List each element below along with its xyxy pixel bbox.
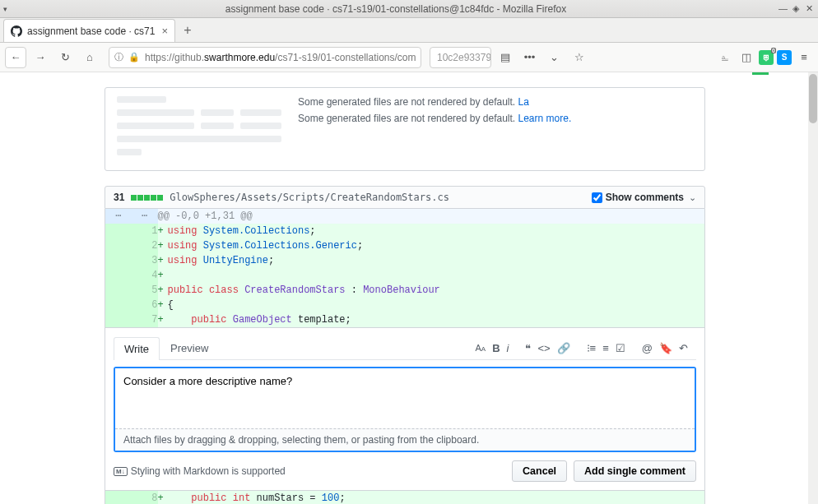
markdown-toolbar: AA B i ❝ <> 🔗 ⁝≡ ≡ ☑ @ xyxy=(472,342,696,354)
maximize-button[interactable]: ◈ xyxy=(792,3,800,14)
bullet-list-icon[interactable]: ⁝≡ xyxy=(587,342,597,354)
titlebar-menu-icon[interactable]: ▾ xyxy=(0,5,13,13)
diff-line[interactable]: 2+using System.Collections.Generic; xyxy=(105,238,705,253)
brand-accent xyxy=(752,72,769,75)
diff-line[interactable]: 5+public class CreateRandomStars : MonoB… xyxy=(105,283,705,298)
diff-summary-box: Some generated files are not rendered by… xyxy=(105,87,705,171)
diff-line[interactable]: 6+{ xyxy=(105,298,705,312)
learn-more-link[interactable]: Learn more. xyxy=(518,113,572,124)
cancel-button[interactable]: Cancel xyxy=(512,460,567,482)
saved-reply-icon[interactable]: 🔖 xyxy=(659,342,672,354)
write-tab[interactable]: Write xyxy=(114,337,160,360)
show-comments-toggle[interactable]: Show comments xyxy=(592,192,684,203)
diff-table: ⋯⋯ @@ -0,0 +1,31 @@ 1+using System.Colle… xyxy=(105,209,705,328)
comment-textarea[interactable]: Consider a more descriptive name? xyxy=(115,368,695,426)
diff-line[interactable]: 7+ public GameObject template; xyxy=(105,312,705,328)
github-favicon-icon xyxy=(11,25,22,37)
diff-line-count: 31 xyxy=(114,192,124,203)
back-button[interactable]: ← xyxy=(5,47,26,68)
browser-tab-active[interactable]: assignment base code · cs71 × xyxy=(3,19,175,42)
window-titlebar: ▾ assignment base code · cs71-s19/01-con… xyxy=(0,0,818,18)
diff-file-header: 31 GlowSpheres/Assets/Scripts/CreateRand… xyxy=(105,186,705,209)
reload-button[interactable]: ↻ xyxy=(54,47,76,68)
task-list-icon[interactable]: ☑ xyxy=(616,342,625,354)
heading-icon[interactable]: AA xyxy=(475,343,486,353)
minimize-button[interactable]: — xyxy=(778,3,787,14)
bookmark-star-icon[interactable]: ☆ xyxy=(569,47,590,68)
generated-files-notice: Some generated files are not rendered by… xyxy=(298,96,518,108)
new-tab-button[interactable]: + xyxy=(175,19,200,42)
ublock-icon[interactable]: ⛨0 xyxy=(759,50,774,65)
hamburger-menu-icon[interactable]: ≡ xyxy=(795,47,813,68)
home-button[interactable]: ⌂ xyxy=(79,47,100,68)
search-bar[interactable]: 10c2e93379a0de5 xyxy=(430,47,491,68)
show-comments-label: Show comments xyxy=(606,192,684,203)
library-icon[interactable]: ⎁ xyxy=(716,47,734,68)
pocket-icon[interactable]: ⌄ xyxy=(544,47,565,68)
tab-strip: assignment base code · cs71 × + xyxy=(0,18,818,43)
generated-files-notice: Some generated files are not rendered by… xyxy=(298,113,518,124)
forward-button[interactable]: → xyxy=(30,47,51,68)
diff-line[interactable]: 8+ public int numStars = 100; xyxy=(105,491,705,504)
page-actions-icon[interactable]: ••• xyxy=(519,47,541,68)
search-hint-text: 10c2e93379a0de5 xyxy=(437,52,491,63)
chevron-down-icon[interactable]: ⌄ xyxy=(689,192,696,203)
number-list-icon[interactable]: ≡ xyxy=(602,342,609,354)
window-title: assignment base code · cs71-s19/01-const… xyxy=(13,3,778,15)
close-window-button[interactable]: ✕ xyxy=(805,3,813,14)
reply-icon[interactable]: ↶ xyxy=(679,342,688,354)
learn-more-link[interactable]: La xyxy=(518,96,529,108)
diff-line[interactable]: 3+using UnityEngine; xyxy=(105,253,705,268)
site-identity-icon[interactable]: ⓘ xyxy=(114,51,123,63)
add-single-comment-button[interactable]: Add single comment xyxy=(574,460,696,482)
page-viewport: Some generated files are not rendered by… xyxy=(0,72,818,504)
lock-icon: 🔒 xyxy=(128,52,140,62)
attach-hint[interactable]: Attach files by dragging & dropping, sel… xyxy=(115,428,695,451)
navigation-toolbar: ← → ↻ ⌂ ⓘ 🔒 https://github.swarthmore.ed… xyxy=(0,43,818,72)
sidebar-icon[interactable]: ◫ xyxy=(737,47,755,68)
bold-icon[interactable]: B xyxy=(492,342,500,354)
inline-comment-editor: Write Preview AA B i ❝ <> 🔗 ⁝≡ xyxy=(105,328,705,491)
hunk-header-row: ⋯⋯ @@ -0,0 +1,31 @@ xyxy=(105,209,705,224)
markdown-icon: M↓ xyxy=(114,467,128,476)
close-tab-icon[interactable]: × xyxy=(160,25,170,37)
skeleton-placeholder xyxy=(117,96,281,162)
diff-table-continued: 8+ public int numStars = 100; 9+ 10+ // … xyxy=(105,491,705,504)
show-comments-checkbox[interactable] xyxy=(592,192,602,203)
italic-icon[interactable]: i xyxy=(507,342,509,354)
skype-icon[interactable]: S xyxy=(777,50,792,65)
preview-tab[interactable]: Preview xyxy=(160,336,219,359)
diffstat-icon xyxy=(131,195,163,201)
quote-icon[interactable]: ❝ xyxy=(525,342,531,354)
mention-icon[interactable]: @ xyxy=(642,342,653,354)
url-text: https://github.swarthmore.edu/cs71-s19/0… xyxy=(145,52,416,63)
reader-mode-icon[interactable]: ▤ xyxy=(495,47,516,68)
scrollbar[interactable] xyxy=(808,72,818,504)
tab-title: assignment base code · cs71 xyxy=(27,25,155,37)
link-icon[interactable]: 🔗 xyxy=(557,342,570,354)
scrollbar-thumb[interactable] xyxy=(809,74,817,123)
file-path[interactable]: GlowSpheres/Assets/Scripts/CreateRandomS… xyxy=(170,192,449,203)
diff-line[interactable]: 1+using System.Collections; xyxy=(105,224,705,238)
hunk-info: @@ -0,0 +1,31 @@ xyxy=(158,209,705,224)
code-icon[interactable]: <> xyxy=(537,342,550,354)
url-bar[interactable]: ⓘ 🔒 https://github.swarthmore.edu/cs71-s… xyxy=(109,47,421,68)
markdown-hint: Styling with Markdown is supported xyxy=(131,465,286,477)
diff-line[interactable]: 4+ xyxy=(105,268,705,283)
